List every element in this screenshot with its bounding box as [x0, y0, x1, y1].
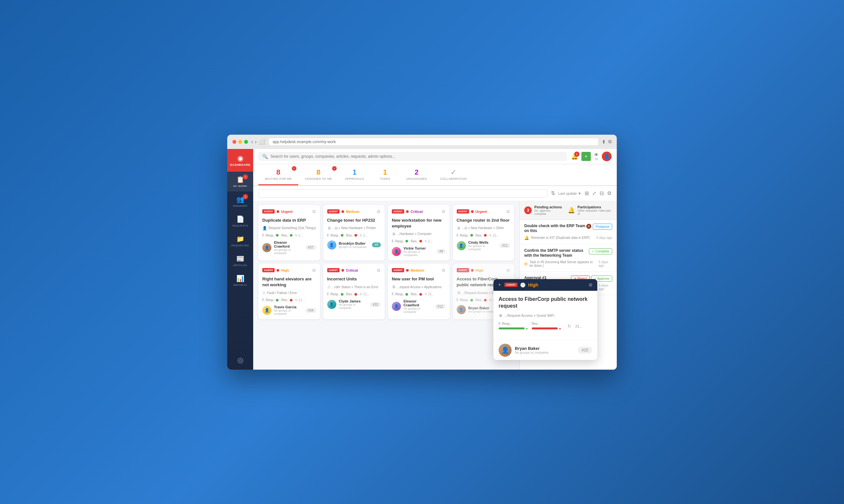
f-resp-8: F. Resp.:	[457, 298, 473, 302]
category-icon-2: 🖥	[327, 226, 331, 230]
user-avatar-button[interactable]: 👤	[602, 151, 612, 161]
search-icon: 🔍	[262, 154, 268, 159]
eye-icon: 👁	[594, 152, 598, 157]
card-settings-1[interactable]: ⚙	[312, 209, 316, 214]
card-settings-6[interactable]: ⚙	[377, 268, 381, 273]
category-icon-6: ⚠	[327, 285, 331, 289]
ticket-card-duplicate-erp[interactable]: AGENT Urgent ⚙ Duplicate data in ERP 👤 R…	[258, 205, 320, 260]
approvals-label: APPROVALS	[345, 177, 364, 180]
res-dot-7	[419, 293, 422, 296]
f-resp-dot-6	[341, 293, 343, 296]
avatar-4: 👤	[457, 241, 466, 250]
approvals-count: 1	[353, 168, 356, 177]
sidebar-item-articles[interactable]: 📰 ARTICLES	[227, 251, 253, 271]
top-bar-actions: 🔔 2 + 👁 10 👤	[571, 151, 612, 161]
f-resp-dot-8	[470, 299, 473, 302]
articles-label: ARTICLES	[233, 264, 247, 267]
popup-category: 🖥 ...Request Access » Guest WiFi	[499, 313, 592, 318]
agent-badge-8: AGENT	[457, 268, 469, 272]
tab-collaboration[interactable]: ✓ COLLABORATION	[434, 164, 473, 185]
ticket-card-pm-tool[interactable]: AGENT Medium ⚙ New user for PM tool 🖥 ..…	[388, 264, 450, 319]
popup-number: #15	[578, 347, 592, 354]
back-button[interactable]: ‹	[251, 139, 253, 145]
card-settings-7[interactable]: ⚙	[442, 268, 446, 273]
avatar-3: 👤	[392, 247, 401, 256]
card-settings-2[interactable]: ⚙	[377, 209, 381, 214]
user-info-1: Eleanor Crawford No groups or companie	[274, 240, 303, 255]
tab-tasks[interactable]: 1 TASKS	[371, 164, 400, 185]
popup-body: Access to FiberCorp public network reque…	[493, 291, 597, 340]
logo[interactable]: ◉ DASHBOARD	[227, 149, 253, 172]
user-name-3: Vickie Turner	[403, 246, 434, 250]
card-category-3: 🖥 ...Hardware » Computer	[392, 232, 446, 236]
logo-label: DASHBOARD	[230, 163, 251, 166]
f-resp-5: F. Resp.:	[262, 298, 279, 302]
ticket-card-workstation[interactable]: AGENT Critical ⚙ New workstation for new…	[388, 205, 450, 260]
card-metrics-4: F. Resp.: Res.: ↻ 21...	[457, 234, 510, 237]
agent-badge-5: AGENT	[262, 268, 275, 272]
card-category-2: 🖥 ...s) » New Hardware » Printer	[327, 226, 381, 230]
bell-sub: Other requests I take part of	[577, 209, 612, 215]
notification-button[interactable]: 🔔 2	[571, 153, 578, 160]
last-update-button[interactable]: Last update ▼	[558, 192, 581, 195]
user-name-2: Brooklyn Butler	[339, 241, 370, 245]
category-icon-5: ⚠	[262, 290, 266, 295]
help-icon[interactable]: ◎	[237, 356, 244, 364]
rp-item-erp: Double check with the ERP Team on this 🔕…	[520, 220, 617, 245]
share-button[interactable]: ⬆	[602, 139, 606, 144]
res-dot-6	[355, 293, 357, 296]
res-3: Res.:	[411, 239, 422, 243]
rp-sub-text-1: Reminder in #37 (Duplicate data in ERP)	[531, 236, 590, 239]
view-options-button[interactable]: ⊞	[585, 190, 589, 196]
card-number-4: #11	[500, 243, 510, 248]
add-button[interactable]: +	[581, 152, 591, 161]
card-number-7: #12	[435, 304, 446, 309]
settings-button[interactable]: ⚙	[607, 190, 612, 196]
sidebar-item-reports[interactable]: 📊 REPORTS	[227, 271, 253, 290]
forward-button[interactable]: ›	[255, 139, 256, 145]
bell-icon: 🔔	[568, 207, 575, 214]
user-name-1: Eleanor Crawford	[274, 240, 303, 248]
duplicate-button[interactable]: ⧉	[608, 139, 612, 144]
ticket-card-incorrect-units[interactable]: AGENT Critical ⚙ Incorrect Units ⚠ ...rd…	[323, 264, 385, 319]
ticket-card-elevators[interactable]: AGENT High ⚙ Right hand elevators are no…	[258, 264, 320, 319]
sidebar-item-manager[interactable]: 2 👥 MANAGER	[227, 192, 253, 211]
ticket-card-router[interactable]: AGENT Urgent ⚙ Change router in 2nd floo…	[453, 205, 515, 260]
priority-8: High	[475, 268, 483, 272]
user-sub-2: groups Or companies	[339, 245, 370, 249]
refresh-6: ↻ 21...	[360, 292, 370, 296]
popup-user-name: Bryan Baker	[515, 346, 549, 351]
avatar-2: 👤	[327, 240, 336, 250]
card-settings-8[interactable]: ⚙	[506, 268, 510, 273]
sidebar-item-my-work[interactable]: 1 📋 MY WORK	[227, 172, 253, 192]
expand-button[interactable]: ⤢	[592, 190, 596, 196]
postpone-button-1[interactable]: Postpone	[593, 223, 612, 230]
rp-time-2: 5 days ago	[598, 260, 612, 267]
card-settings-5[interactable]: ⚙	[312, 268, 316, 273]
category-icon-4: 🖥	[457, 226, 461, 230]
popup-settings-icon[interactable]: ⚙	[589, 282, 593, 288]
alert-dot-8	[471, 269, 473, 272]
sidebar-item-requests[interactable]: 📄 REQUESTS	[227, 211, 253, 231]
tab-assigned-to-me[interactable]: 1 8 ASSIGNED TO ME	[298, 164, 339, 185]
filter-search-input[interactable]	[258, 189, 547, 198]
user-name-5: Travis Garcia	[274, 305, 303, 309]
card-settings-3[interactable]: ⚙	[442, 209, 446, 214]
card-category-1: 👤 Request Something (Get Things)	[262, 226, 316, 230]
sidebar-item-requested[interactable]: 📁 REQUESTED	[227, 231, 253, 251]
sort-button[interactable]: ⇅	[551, 190, 555, 196]
card-settings-4[interactable]: ⚙	[506, 209, 510, 214]
tab-waiting-for-me[interactable]: 1 8 WAITING FOR ME	[258, 164, 298, 185]
eye-button[interactable]: 👁 10	[594, 152, 598, 161]
agent-badge-3: AGENT	[392, 209, 404, 214]
complete-button-2[interactable]: ✓ Complete	[589, 248, 612, 254]
search-input[interactable]	[270, 154, 563, 159]
tab-approvals[interactable]: 1 APPROVALS	[339, 164, 371, 185]
assigned-label: ASSIGNED TO ME	[305, 177, 332, 180]
grid-view-button[interactable]: ⊟	[599, 190, 604, 196]
ticket-card-toner[interactable]: AGENT Medium ⚙ Change toner for HP232 🖥 …	[323, 205, 385, 260]
tab-view-button[interactable]: ⬜	[259, 139, 265, 145]
collab-label: COLLABORATION	[440, 177, 467, 180]
tab-unassigned[interactable]: 2 UNASSIGNED	[400, 164, 434, 185]
mute-icon-1[interactable]: 🔕	[586, 223, 591, 230]
